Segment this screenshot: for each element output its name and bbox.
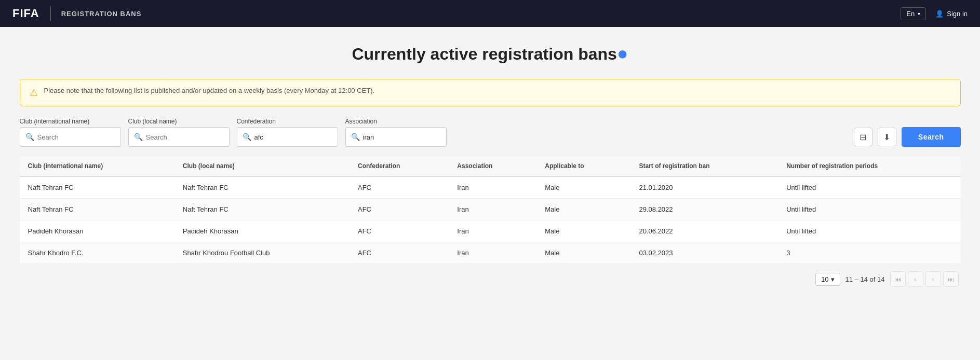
cell-6-row-0: Until lifted: [778, 176, 960, 199]
filter-association-input[interactable]: [363, 133, 441, 141]
download-button[interactable]: ⬇: [878, 128, 896, 146]
cell-2-row-2: AFC: [350, 220, 449, 242]
sign-in-button[interactable]: 👤 Sign in: [935, 10, 968, 18]
page-size-selector[interactable]: 10 ▾: [815, 273, 840, 286]
cell-1-row-1: Naft Tehran FC: [174, 199, 350, 220]
cell-2-row-0: AFC: [350, 176, 449, 199]
pagination-row: 10 ▾ 11 – 14 of 14 ⏮ ‹ › ⏭: [20, 264, 961, 289]
filter-club-local: Club (local name) 🔍: [128, 118, 230, 147]
filter-confederation-label: Confederation: [237, 118, 338, 125]
filter-row: Club (international name) 🔍 Club (local …: [20, 118, 961, 147]
last-page-button[interactable]: ⏭: [943, 271, 959, 287]
cell-6-row-2: Until lifted: [778, 220, 960, 242]
cell-1-row-0: Naft Tehran FC: [174, 176, 350, 199]
sign-in-label: Sign in: [947, 10, 968, 18]
filter-association: Association 🔍: [345, 118, 447, 147]
cell-3-row-1: Iran: [449, 199, 536, 220]
cell-4-row-1: Male: [536, 199, 630, 220]
col-start: Start of registration ban: [630, 156, 778, 176]
language-selector[interactable]: En ▾: [901, 7, 926, 20]
page-info: 11 – 14 of 14: [845, 275, 885, 283]
col-club-intl: Club (international name): [20, 156, 174, 176]
filter-association-label: Association: [345, 118, 447, 125]
cell-1-row-2: Padideh Khorasan: [174, 220, 350, 242]
filter-toggle-button[interactable]: ⊟: [854, 128, 872, 146]
first-page-button[interactable]: ⏮: [890, 271, 906, 287]
header-left: FIFA REGISTRATION BANS: [12, 6, 141, 21]
chevron-down-icon: ▾: [918, 11, 920, 17]
fifa-logo-text: FIFA: [12, 7, 39, 20]
header-divider: [50, 6, 51, 21]
table-row: Padideh KhorasanPadideh KhorasanAFCIranM…: [20, 220, 961, 242]
prev-page-icon: ‹: [914, 275, 916, 283]
filter-association-wrap: 🔍: [345, 127, 447, 147]
filter-icon: ⊟: [860, 132, 866, 142]
download-icon: ⬇: [883, 132, 890, 142]
cell-6-row-3: 3: [778, 242, 960, 264]
col-periods: Number of registration periods: [778, 156, 960, 176]
cell-0-row-1: Naft Tehran FC: [20, 199, 174, 220]
table-row: Naft Tehran FCNaft Tehran FCAFCIranMale2…: [20, 176, 961, 199]
col-club-local: Club (local name): [174, 156, 350, 176]
next-page-icon: ›: [932, 275, 934, 283]
cell-3-row-2: Iran: [449, 220, 536, 242]
cell-5-row-0: 21.01.2020: [630, 176, 778, 199]
cell-5-row-2: 20.06.2022: [630, 220, 778, 242]
col-applicable-to: Applicable to: [536, 156, 630, 176]
filter-club-local-wrap: 🔍: [128, 127, 230, 147]
alert-triangle-icon: ⚠: [30, 87, 38, 99]
alert-box: ⚠ Please note that the following list is…: [20, 79, 961, 106]
cell-4-row-2: Male: [536, 220, 630, 242]
prev-page-button[interactable]: ‹: [908, 271, 923, 287]
filter-club-local-label: Club (local name): [128, 118, 230, 125]
search-icon-confederation: 🔍: [243, 133, 251, 141]
filter-club-local-input[interactable]: [146, 133, 224, 141]
first-page-icon: ⏮: [894, 275, 901, 283]
results-table: Club (international name) Club (local na…: [20, 156, 961, 264]
page-size-chevron: ▾: [831, 275, 835, 283]
filter-actions: ⊟ ⬇ Search: [854, 127, 961, 147]
cell-0-row-3: Shahr Khodro F.C.: [20, 242, 174, 264]
header: FIFA REGISTRATION BANS En ▾ 👤 Sign in: [0, 0, 980, 27]
col-association: Association: [449, 156, 536, 176]
search-icon-association: 🔍: [351, 133, 360, 141]
cell-0-row-0: Naft Tehran FC: [20, 176, 174, 199]
table-row: Shahr Khodro F.C.Shahr Khodrou Football …: [20, 242, 961, 264]
cell-2-row-1: AFC: [350, 199, 449, 220]
person-icon: 👤: [935, 10, 944, 18]
cell-6-row-1: Until lifted: [778, 199, 960, 220]
fifa-logo: FIFA: [12, 7, 39, 20]
table-wrap: Club (international name) Club (local na…: [20, 156, 961, 264]
cell-1-row-3: Shahr Khodrou Football Club: [174, 242, 350, 264]
filter-club-international: Club (international name) 🔍: [20, 118, 121, 147]
page-size-value: 10: [821, 275, 828, 283]
page-title-dot: ●: [617, 43, 628, 64]
filter-confederation: Confederation 🔍: [237, 118, 338, 147]
search-icon-local: 🔍: [134, 133, 143, 141]
filter-confederation-wrap: 🔍: [237, 127, 338, 147]
table-row: Naft Tehran FCNaft Tehran FCAFCIranMale2…: [20, 199, 961, 220]
language-label: En: [906, 10, 915, 18]
search-icon-intl: 🔍: [25, 133, 34, 141]
next-page-button[interactable]: ›: [925, 271, 941, 287]
header-subtitle: REGISTRATION BANS: [61, 10, 142, 18]
page-title: Currently active registration bans●: [20, 43, 961, 64]
filter-club-international-label: Club (international name): [20, 118, 121, 125]
filter-confederation-input[interactable]: [254, 133, 332, 141]
filter-club-international-input[interactable]: [37, 133, 115, 141]
search-button[interactable]: Search: [902, 127, 961, 147]
page-title-text: Currently active registration bans: [352, 45, 616, 63]
cell-4-row-3: Male: [536, 242, 630, 264]
table-body: Naft Tehran FCNaft Tehran FCAFCIranMale2…: [20, 176, 961, 264]
cell-3-row-3: Iran: [449, 242, 536, 264]
alert-text: Please note that the following list is p…: [44, 87, 375, 94]
header-right: En ▾ 👤 Sign in: [901, 7, 968, 20]
cell-2-row-3: AFC: [350, 242, 449, 264]
page-nav-group: ⏮ ‹ › ⏭: [890, 271, 959, 287]
cell-4-row-0: Male: [536, 176, 630, 199]
cell-0-row-2: Padideh Khorasan: [20, 220, 174, 242]
table-header-row: Club (international name) Club (local na…: [20, 156, 961, 176]
col-confederation: Confederation: [350, 156, 449, 176]
page-content: Currently active registration bans● ⚠ Pl…: [7, 27, 973, 299]
table-header: Club (international name) Club (local na…: [20, 156, 961, 176]
